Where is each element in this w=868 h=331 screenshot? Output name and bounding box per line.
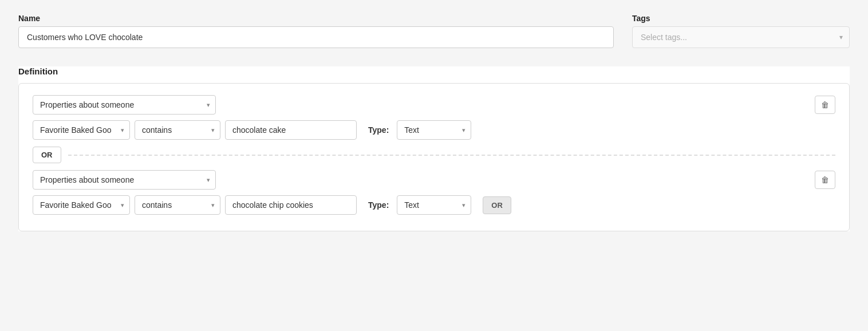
name-input[interactable] xyxy=(18,26,614,48)
condition1-delete-button[interactable]: 🗑 xyxy=(815,96,835,114)
condition1-field-select[interactable]: Favorite Baked Good(s) xyxy=(33,120,130,140)
definition-box: Properties about someone ▾ 🗑 Favorite Ba… xyxy=(18,83,850,231)
condition1-type-label: Type: xyxy=(368,125,389,135)
condition1-value-input[interactable] xyxy=(225,120,357,140)
condition2-properties-select[interactable]: Properties about someone xyxy=(33,170,216,190)
tags-select[interactable]: Select tags... xyxy=(632,26,850,48)
condition1-type-select[interactable]: Text xyxy=(397,120,471,140)
condition1-operator-select[interactable]: contains xyxy=(135,120,220,140)
condition2-trash-icon: 🗑 xyxy=(821,175,829,184)
condition-block-1: Properties about someone ▾ 🗑 Favorite Ba… xyxy=(33,95,835,140)
condition1-properties-select[interactable]: Properties about someone xyxy=(33,95,216,115)
condition2-type-label: Type: xyxy=(368,200,389,210)
condition-block-2: Properties about someone ▾ 🗑 Favorite Ba… xyxy=(33,170,835,215)
definition-title: Definition xyxy=(18,66,850,76)
condition2-operator-select[interactable]: contains xyxy=(135,195,220,215)
or-separator: OR xyxy=(33,147,835,163)
condition2-delete-button[interactable]: 🗑 xyxy=(815,171,835,189)
condition2-field-select[interactable]: Favorite Baked Good(s) xyxy=(33,195,130,215)
tags-label: Tags xyxy=(632,14,850,23)
or-line xyxy=(68,155,836,156)
condition2-type-select[interactable]: Text xyxy=(397,195,471,215)
condition2-value-input[interactable] xyxy=(225,195,357,215)
condition1-trash-icon: 🗑 xyxy=(821,100,829,109)
name-label: Name xyxy=(18,14,614,23)
or-button[interactable]: OR xyxy=(33,147,61,163)
or-end-button[interactable]: OR xyxy=(483,196,511,214)
